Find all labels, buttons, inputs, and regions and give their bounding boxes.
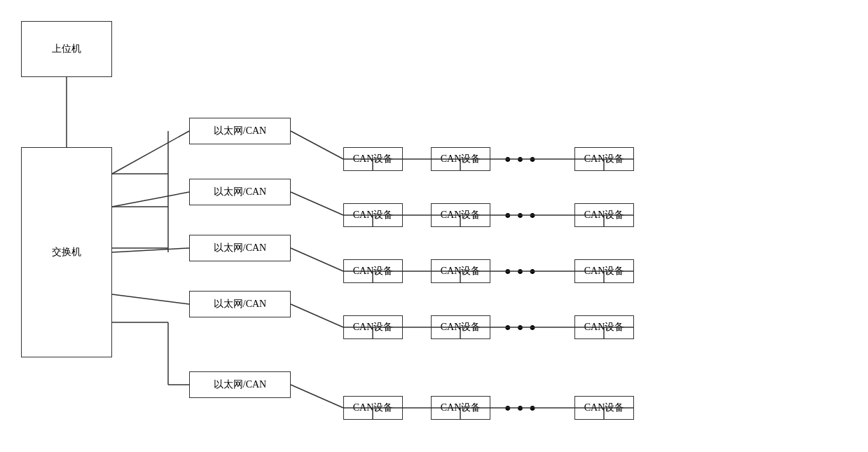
upper-pc-label: 上位机: [52, 43, 81, 55]
can-3-3: CAN设备: [574, 259, 634, 283]
svg-line-4: [112, 294, 189, 304]
ellipsis-3: ● ● ●: [504, 265, 537, 278]
gateway-5-label: 以太网/CAN: [214, 378, 266, 391]
can-4-1: CAN设备: [343, 315, 403, 339]
can-3-2: CAN设备: [431, 259, 490, 283]
can-2-3: CAN设备: [574, 203, 634, 227]
can-4-3: CAN设备: [574, 315, 634, 339]
gateway-3-box: 以太网/CAN: [189, 235, 291, 261]
svg-line-3: [112, 248, 189, 252]
ellipsis-2: ● ● ●: [504, 209, 537, 221]
svg-line-12: [291, 131, 343, 159]
gateway-3-label: 以太网/CAN: [214, 242, 266, 254]
can-5-3: CAN设备: [574, 396, 634, 420]
gateway-1-label: 以太网/CAN: [214, 125, 266, 137]
can-2-1: CAN设备: [343, 203, 403, 227]
can-1-1: CAN设备: [343, 147, 403, 171]
switch-label: 交换机: [52, 246, 81, 259]
svg-line-22: [291, 248, 343, 271]
svg-line-32: [291, 385, 343, 408]
gateway-1-box: 以太网/CAN: [189, 118, 291, 144]
diagram: 上位机 交换机 以太网/CAN 以太网/CAN 以太网/CAN 以太网/CAN …: [0, 0, 868, 452]
ellipsis-5: ● ● ●: [504, 402, 537, 414]
ellipsis-1: ● ● ●: [504, 153, 537, 165]
gateway-5-box: 以太网/CAN: [189, 371, 291, 398]
gateway-4-box: 以太网/CAN: [189, 291, 291, 317]
can-4-2: CAN设备: [431, 315, 490, 339]
gateway-2-box: 以太网/CAN: [189, 179, 291, 205]
gateway-2-label: 以太网/CAN: [214, 186, 266, 198]
svg-line-1: [112, 131, 189, 174]
upper-pc-box: 上位机: [21, 21, 112, 77]
can-5-2: CAN设备: [431, 396, 490, 420]
switch-box: 交换机: [21, 147, 112, 357]
can-2-2: CAN设备: [431, 203, 490, 227]
ellipsis-4: ● ● ●: [504, 321, 537, 334]
can-3-1: CAN设备: [343, 259, 403, 283]
gateway-4-label: 以太网/CAN: [214, 298, 266, 310]
svg-line-2: [112, 192, 189, 207]
can-1-2: CAN设备: [431, 147, 490, 171]
svg-line-27: [291, 304, 343, 327]
svg-line-17: [291, 192, 343, 215]
can-5-1: CAN设备: [343, 396, 403, 420]
can-1-3: CAN设备: [574, 147, 634, 171]
